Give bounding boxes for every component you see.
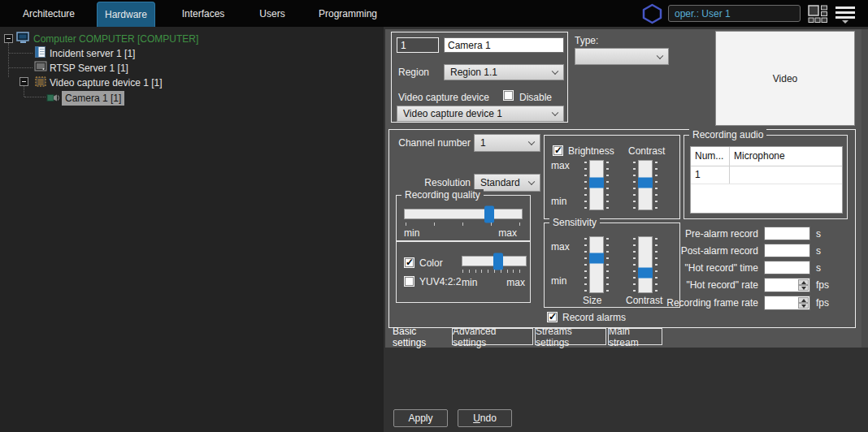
type-label: Type: (575, 35, 598, 47)
slider-ticks (655, 162, 658, 209)
tab-streams-settings[interactable]: Streams settings (535, 328, 606, 345)
recording-audio-title: Recording audio (689, 129, 766, 140)
region-label: Region (398, 67, 429, 79)
channel-number-value: 1 (480, 137, 486, 149)
resolution-label: Resolution (397, 177, 471, 189)
hot-record-rate-label: "Hot record" rate (544, 279, 758, 292)
color-settings-group: Color YUV4:2:2 min max (396, 241, 531, 303)
hot-record-time-field[interactable] (764, 261, 810, 274)
cell-microphone (730, 166, 738, 184)
camera-name-field[interactable] (444, 37, 564, 53)
slider-ticks (633, 162, 636, 209)
type-select[interactable] (575, 48, 669, 65)
tree-item-computer[interactable]: Computer COMPUTER [COMPUTER] (33, 32, 198, 45)
scrollbar-track[interactable] (861, 29, 868, 348)
brightness-checkbox[interactable] (553, 145, 563, 156)
camera-settings-form: Region Region 1.1 Video capture device D… (385, 29, 868, 348)
tab-programming[interactable]: Programming (307, 0, 388, 27)
min-label: min (404, 227, 419, 240)
yuv-label: YUV4:2:2 (419, 276, 461, 288)
tree-item-incident-server[interactable]: Incident server 1 [1] (50, 47, 135, 60)
post-alarm-record-field[interactable] (764, 244, 810, 257)
channel-number-select[interactable]: 1 (474, 134, 540, 152)
post-alarm-record-label: Post-alarm record (544, 245, 758, 257)
recording-quality-slider-thumb[interactable] (484, 205, 494, 222)
chevron-down-icon (657, 52, 663, 58)
tab-main-stream[interactable]: Main stream (608, 328, 662, 345)
brightness-label: Brightness (568, 145, 614, 158)
disable-checkbox[interactable] (503, 90, 514, 101)
column-microphone: Microphone (730, 147, 789, 166)
undo-button-label-rest: ndo (480, 413, 497, 424)
brightness-slider[interactable] (585, 160, 608, 210)
camera-id-field[interactable] (397, 37, 439, 53)
tab-main-stream-label: Main stream (609, 326, 662, 348)
tab-architecture[interactable]: Architecture (8, 0, 89, 27)
spinner (798, 279, 809, 291)
tab-users-label: Users (259, 8, 284, 19)
layout-grid-icon[interactable] (808, 5, 828, 23)
undo-button[interactable]: Undo (458, 409, 512, 427)
tab-interfaces-label: Interfaces (182, 8, 225, 19)
record-alarms-checkbox[interactable] (547, 312, 558, 322)
record-alarms-label: Record alarms (562, 312, 626, 324)
tree-connector (9, 53, 33, 54)
chevron-down-icon (528, 139, 535, 145)
resolution-select[interactable]: Standard (474, 174, 540, 192)
color-checkbox[interactable] (404, 257, 414, 268)
spinner-up-button[interactable] (798, 297, 809, 303)
contrast-slider-thumb[interactable] (638, 178, 653, 188)
recording-audio-table[interactable]: Num... Microphone 1 (690, 146, 843, 214)
region-select[interactable]: Region 1.1 (444, 64, 564, 80)
tab-advanced-settings-label: Advanced settings (453, 326, 532, 348)
tree-connector (24, 86, 24, 97)
tab-hardware[interactable]: Hardware (97, 2, 155, 27)
hot-record-rate-field[interactable] (764, 278, 810, 292)
hamburger-menu-icon[interactable] (835, 6, 855, 24)
spinner-up-button[interactable] (798, 279, 809, 285)
contrast-slider[interactable] (634, 160, 657, 210)
video-capture-device-select[interactable]: Video capture device 1 (397, 106, 564, 122)
color-slider[interactable] (462, 256, 527, 266)
cell-num: 1 (691, 166, 730, 184)
operator-user-field[interactable] (668, 5, 801, 22)
min-label: min (462, 277, 477, 289)
brightness-contrast-group: Brightness Contrast max min (544, 135, 680, 219)
tree-collapse-toggle-computer[interactable] (4, 34, 13, 43)
tab-hardware-label: Hardware (105, 9, 147, 20)
video-preview-label: Video (773, 73, 797, 84)
max-label: max (551, 160, 570, 172)
tab-interfaces[interactable]: Interfaces (167, 0, 240, 27)
tab-basic-settings[interactable]: Basic settings (393, 328, 451, 345)
tree-connector (8, 43, 9, 77)
spinner-down-button[interactable] (798, 285, 809, 291)
slider-ticks (606, 162, 609, 209)
color-slider-thumb[interactable] (493, 253, 503, 270)
tree-item-rtsp-server[interactable]: RTSP Server 1 [1] (50, 62, 128, 75)
pre-alarm-record-field[interactable] (764, 227, 810, 240)
disable-label: Disable (519, 92, 552, 104)
tab-users[interactable]: Users (242, 0, 302, 27)
tab-advanced-settings[interactable]: Advanced settings (452, 328, 533, 345)
top-menu-bar: Architecture Hardware Interfaces Users P… (0, 0, 868, 27)
max-label: max (498, 227, 517, 240)
tree-collapse-toggle-video-capture-device[interactable] (20, 77, 28, 86)
recording-frame-rate-field[interactable] (764, 296, 810, 310)
table-row[interactable]: 1 (691, 166, 842, 184)
recording-frame-rate-unit: fps (816, 297, 829, 309)
recording-quality-slider[interactable] (404, 209, 523, 219)
sensitivity-title: Sensitivity (549, 217, 600, 228)
spinner-down-button[interactable] (798, 303, 809, 309)
brightness-slider-thumb[interactable] (589, 178, 604, 188)
basic-settings-box: Channel number 1 Resolution Standard Rec… (388, 129, 856, 328)
yuv-checkbox[interactable] (404, 276, 414, 287)
apply-button[interactable]: Apply (393, 409, 448, 427)
color-label: Color (419, 257, 443, 270)
contrast-label: Contrast (628, 145, 665, 158)
region-select-value: Region 1.1 (450, 67, 497, 78)
spinner (798, 297, 809, 309)
tree-item-camera[interactable]: Camera 1 [1] (62, 91, 124, 106)
undo-button-label: U (473, 413, 480, 424)
tab-architecture-label: Architecture (23, 8, 75, 19)
tree-item-video-capture-device[interactable]: Video capture device 1 [1] (50, 76, 163, 89)
